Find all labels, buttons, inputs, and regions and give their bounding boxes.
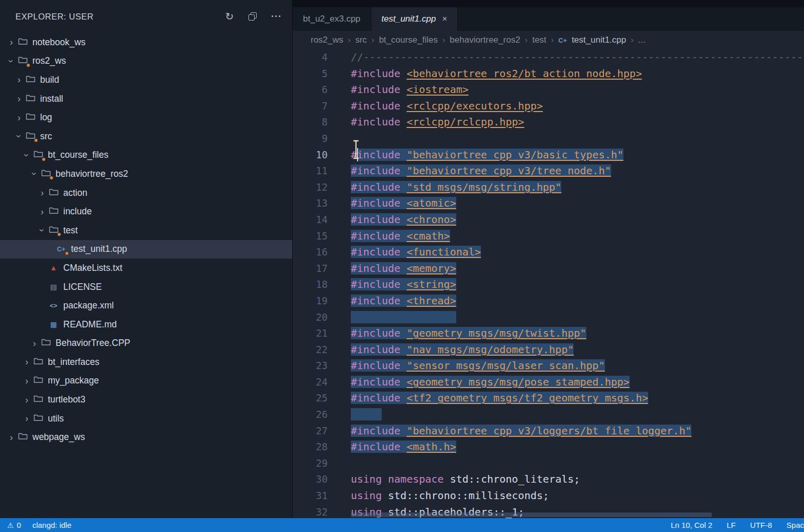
code-token: <rclcpp/rclcpp.hpp> [406,116,524,128]
code-editor[interactable]: 4//-------------------------------------… [293,49,804,518]
tree-item-label: test [63,225,78,236]
code-line[interactable]: 19#include <thread> [293,293,804,309]
breadcrumb-item-test[interactable]: test [532,35,546,45]
breadcrumb-item-file[interactable]: test_unit1.cpp [571,35,626,45]
code-line[interactable]: 13#include <atomic> [293,195,804,212]
cpp-file-icon: C+ [57,246,65,253]
problems-indicator[interactable]: ⚠0 [7,521,21,529]
code-token: std::chrono::milliseconds; [382,489,549,502]
code-line[interactable]: 4//-------------------------------------… [293,49,804,66]
code-line[interactable]: 17#include <memory> [293,261,804,277]
tab-label: bt_u2_ex3.cpp [303,14,361,24]
folder-icon [26,94,35,104]
line-number: 12 [293,179,328,196]
tree-item-test[interactable]: ›test [0,221,292,240]
breadcrumb-item-bt-course-files[interactable]: bt_course_files [379,35,438,45]
code-line[interactable]: 28#include <math.h> [293,439,804,455]
tree-item-include[interactable]: ›include [0,202,292,221]
code-line[interactable]: 11#include "behaviortree_cpp_v3/tree_nod… [293,163,804,179]
collapse-folders-icon[interactable] [248,12,257,21]
code-line[interactable]: 18#include <string> [293,277,804,293]
more-actions-icon[interactable]: ··· [271,12,282,21]
tab-bt-u2-ex3-cpp[interactable]: bt_u2_ex3.cpp [293,7,371,31]
tab-test-unit1-cpp[interactable]: test_unit1.cpp× [371,7,458,31]
clangd-status[interactable]: clangd: idle [32,521,72,529]
tree-item-label: turtlebot3 [48,394,85,405]
code-line[interactable]: 9 [293,131,804,147]
code-line[interactable]: 6#include <iostream> [293,82,804,98]
code-line[interactable]: 15#include <cmath> [293,228,804,245]
tree-item-cmakelists-txt[interactable]: ▲CMakeLists.txt [0,259,292,278]
cursor-position[interactable]: Ln 10, Col 2 [671,521,712,529]
tree-item-src[interactable]: ›src [0,127,292,146]
refresh-icon[interactable]: ↻ [225,11,234,22]
line-number: 18 [293,277,328,293]
folder-icon [33,394,43,405]
tree-item-test-unit1-cpp[interactable]: C+test_unit1.cpp [0,240,292,259]
code-line[interactable]: 29 [293,455,804,472]
tree-item-install[interactable]: ›install [0,89,292,108]
code-line[interactable]: 5#include <behaviortree_ros2/bt_action_n… [293,66,804,82]
tree-item-turtlebot3[interactable]: ›turtlebot3 [0,390,292,409]
tree-item-behaviortree-ros2[interactable]: ›behaviortree_ros2 [0,164,292,184]
chevron-right-icon: › [22,357,32,366]
code-line[interactable]: 22#include "nav_msgs/msg/odometry.hpp" [293,342,804,358]
tree-item-log[interactable]: ›log [0,108,292,127]
tree-item-package-xml[interactable]: <>package.xml [0,296,292,315]
breadcrumb-item-src[interactable]: src [355,35,367,45]
tree-item-behaviortree-cpp[interactable]: ›BehaviorTree.CPP [0,334,292,353]
breadcrumb-overflow[interactable]: ... [638,35,646,45]
code-token: <geometry_msgs/msg/pose_stamped.hpp> [406,376,629,388]
tree-item-license[interactable]: ▤LICENSE [0,278,292,297]
tree-item-readme-md[interactable]: ▦README.md [0,315,292,334]
code-line[interactable]: 8#include <rclcpp/rclcpp.hpp> [293,114,804,131]
code-token [382,473,388,485]
code-line[interactable]: 26 [293,407,804,423]
code-line[interactable]: 30using namespace std::chrono_literals; [293,471,804,488]
code-content: #include <functional> [351,244,481,261]
encoding-indicator[interactable]: UTF-8 [750,521,772,529]
tree-item-ros2-ws[interactable]: ›ros2_ws [0,52,292,71]
code-line[interactable]: 14#include <chrono> [293,212,804,228]
tree-item-my-package[interactable]: ›my_package [0,372,292,391]
tree-item-label: bt_interfaces [48,357,99,368]
code-line[interactable]: 16#include <functional> [293,244,804,261]
code-token: "behaviortree_cpp_v3/basic_types.h" [406,149,623,161]
close-icon[interactable]: × [442,14,447,24]
license-file-icon: ▤ [50,283,57,290]
horizontal-scrollbar[interactable] [351,512,712,517]
tree-item-webpage-ws[interactable]: ›webpage_ws [0,428,292,447]
chevron-right-icon: › [14,94,24,103]
tree-item-build[interactable]: ›build [0,70,292,89]
code-line[interactable]: 27#include "behaviortree_cpp_v3/loggers/… [293,423,804,439]
code-content: #include "nav_msgs/msg/odometry.hpp" [351,342,574,358]
code-token: <tf2_geometry_msgs/tf2_geometry_msgs.h> [406,392,648,404]
tree-item-label: behaviortree_ros2 [56,169,128,179]
line-number: 10 [293,147,328,163]
tree-item-label: action [63,188,87,198]
code-line[interactable]: 12#include "std_msgs/msg/string.hpp" [293,179,804,196]
code-line[interactable]: 24#include <geometry_msgs/msg/pose_stamp… [293,374,804,391]
chevron-right-icon: › [14,75,24,84]
code-line[interactable]: 21#include "geometry_msgs/msg/twist.hpp" [293,325,804,342]
tree-item-utils[interactable]: ›utils [0,409,292,428]
tree-item-bt-course-files[interactable]: ›bt_course_files [0,146,292,165]
code-line[interactable]: 20 [293,309,804,326]
eol-indicator[interactable]: LF [727,521,736,529]
breadcrumb-item-ros2-ws[interactable]: ros2_ws [311,35,343,45]
code-line[interactable]: 10#include "behaviortree_cpp_v3/basic_ty… [293,147,804,163]
code-line[interactable]: 25#include <tf2_geometry_msgs/tf2_geomet… [293,390,804,407]
code-line[interactable]: 23#include "sensor_msgs/msg/laser_scan.h… [293,358,804,374]
indentation-indicator[interactable]: Spac [787,521,804,529]
code-content: #include "behaviortree_cpp_v3/basic_type… [351,147,623,163]
folder-icon [33,357,43,368]
code-token [351,408,382,420]
code-line[interactable]: 31using std::chrono::milliseconds; [293,488,804,504]
breadcrumb-item-behaviortree-ros2[interactable]: behaviortree_ros2 [450,35,520,45]
tree-item-bt-interfaces[interactable]: ›bt_interfaces [0,353,292,372]
code-content: using std::chrono::milliseconds; [351,488,549,504]
code-line[interactable]: 7#include <rclcpp/executors.hpp> [293,98,804,115]
code-token: "behaviortree_cpp_v3/tree_node.h" [406,164,611,177]
tree-item-action[interactable]: ›action [0,184,292,203]
tree-item-notebook-ws[interactable]: ›notebook_ws [0,33,292,52]
